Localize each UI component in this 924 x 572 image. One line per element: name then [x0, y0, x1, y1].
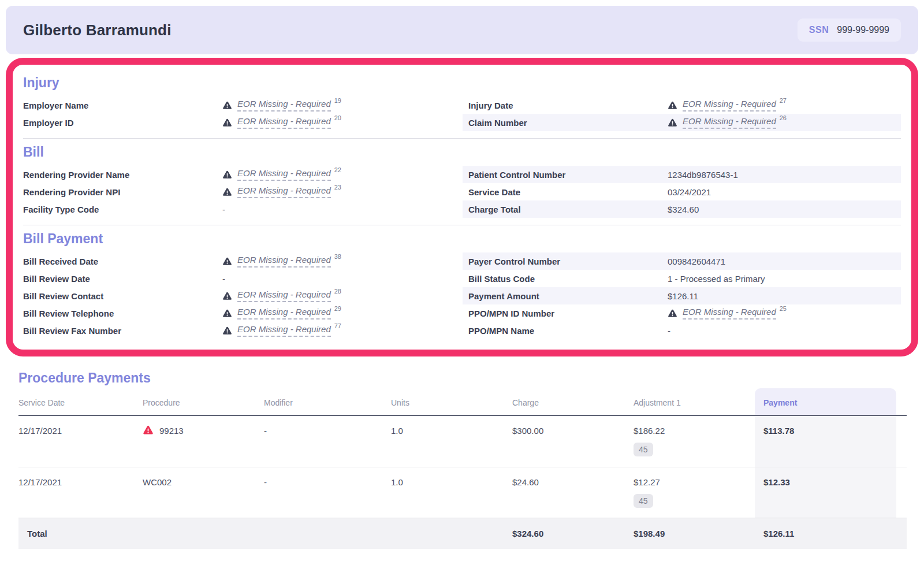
cell-charge: $24.60 [512, 467, 634, 518]
cell-adjustment: $12.2745 [634, 467, 755, 518]
field-label: Facility Type Code [23, 205, 222, 214]
field-label: Employer Name [23, 101, 222, 110]
column-header-service-date: Service Date [18, 388, 143, 415]
field-label: PPO/MPN ID Number [468, 309, 668, 318]
total-charge: $324.60 [512, 518, 634, 549]
field-row: PPO/MPN ID NumberEOR Missing - Required2… [463, 304, 901, 322]
column-header-charge: Charge [512, 388, 634, 415]
eor-missing-link[interactable]: EOR Missing - Required [222, 324, 331, 337]
adjustment-amount: $12.27 [634, 477, 755, 487]
field-value: EOR Missing - Required25 [668, 307, 901, 320]
field-note-number: 25 [780, 305, 787, 312]
field-row: Service Date03/24/2021 [463, 183, 901, 200]
field-label: Rendering Provider Name [23, 170, 222, 180]
column-header-units: Units [391, 388, 512, 415]
ssn-label: SSN [809, 25, 829, 35]
field-label: Bill Received Date [23, 257, 222, 266]
field-row: Bill Received DateEOR Missing - Required… [17, 252, 456, 270]
field-note-number: 23 [334, 184, 341, 191]
field-label: Bill Status Code [468, 274, 668, 284]
patient-name: Gilberto Barramundi [23, 21, 172, 39]
eor-missing-text: EOR Missing - Required [237, 289, 331, 302]
cell-units: 1.0 [391, 467, 512, 518]
field-row: Charge Total$324.60 [463, 200, 901, 218]
adjustment-code-badge: 45 [634, 494, 653, 508]
field-label: Patient Control Number [468, 170, 668, 180]
field-note-number: 22 [334, 166, 341, 173]
procedure-code: WC002 [143, 476, 172, 487]
column-header-adjustment-1: Adjustment 1 [634, 388, 755, 415]
eor-missing-link[interactable]: EOR Missing - Required [222, 307, 331, 320]
eor-missing-link[interactable]: EOR Missing - Required [222, 99, 331, 112]
cell-procedure: WC002 [143, 467, 264, 518]
payment-amount: $12.33 [763, 477, 790, 487]
eor-missing-link[interactable]: EOR Missing - Required [222, 289, 331, 302]
field-note-number: 38 [334, 253, 341, 260]
field-value: EOR Missing - Required28 [222, 289, 456, 302]
field-value: - [222, 274, 456, 284]
field-row: Rendering Provider NameEOR Missing - Req… [17, 166, 456, 183]
field-column-left: Rendering Provider NameEOR Missing - Req… [23, 166, 456, 218]
eor-missing-text: EOR Missing - Required [237, 255, 331, 268]
section-injury: InjuryEmployer NameEOR Missing - Require… [23, 75, 901, 131]
field-label: Payment Amount [468, 291, 668, 301]
cell-service-date: 12/17/2021 [18, 467, 143, 518]
field-row: Bill Review Fax NumberEOR Missing - Requ… [17, 322, 456, 339]
table-total-row: Total $324.60 $198.49 $126.11 [18, 518, 907, 549]
total-empty-units [391, 518, 512, 549]
field-value: EOR Missing - Required22 [222, 168, 456, 181]
eor-missing-link[interactable]: EOR Missing - Required [222, 116, 331, 129]
field-label: Service Date [468, 187, 668, 197]
field-value: EOR Missing - Required38 [222, 255, 456, 268]
table-row: 12/17/202199213-1.0$300.00$186.2245$113.… [18, 416, 907, 467]
field-grid: Bill Received DateEOR Missing - Required… [23, 252, 901, 339]
highlighted-review-card: InjuryEmployer NameEOR Missing - Require… [6, 58, 918, 356]
table-row: 12/17/2021WC002-1.0$24.60$12.2745$12.33 [18, 467, 907, 518]
eor-missing-link[interactable]: EOR Missing - Required [222, 255, 331, 268]
eor-missing-link[interactable]: EOR Missing - Required [668, 116, 776, 129]
eor-missing-link[interactable]: EOR Missing - Required [222, 185, 331, 198]
eor-missing-text: EOR Missing - Required [237, 307, 331, 320]
cell-adjustment: $186.2245 [634, 416, 755, 467]
field-value: 1 - Processed as Primary [668, 274, 901, 284]
field-label: Employer ID [23, 118, 222, 128]
eor-missing-link[interactable]: EOR Missing - Required [668, 99, 776, 112]
eor-missing-text: EOR Missing - Required [237, 324, 331, 337]
field-value-text: $126.11 [668, 291, 698, 301]
field-value: EOR Missing - Required27 [668, 99, 901, 112]
field-note-number: 27 [780, 97, 787, 104]
field-note-number: 20 [334, 114, 341, 121]
procedure-warning-icon[interactable] [143, 425, 154, 436]
field-row: Facility Type Code- [17, 200, 456, 218]
field-value: EOR Missing - Required23 [222, 185, 456, 198]
field-value: - [222, 205, 456, 214]
field-row: Bill Review TelephoneEOR Missing - Requi… [17, 304, 456, 322]
warning-icon [222, 257, 232, 266]
total-empty-modifier [264, 518, 391, 549]
patient-header: Gilberto Barramundi SSN 999-99-9999 [6, 6, 918, 54]
section-title: Injury [23, 75, 901, 91]
eor-missing-link[interactable]: EOR Missing - Required [222, 168, 331, 181]
page: Gilberto Barramundi SSN 999-99-9999 Inju… [0, 0, 924, 572]
cell-service-date: 12/17/2021 [18, 416, 143, 467]
total-empty-procedure [143, 518, 264, 549]
field-value: EOR Missing - Required29 [222, 307, 456, 320]
field-grid: Employer NameEOR Missing - Required19Emp… [23, 96, 901, 131]
eor-missing-text: EOR Missing - Required [683, 99, 776, 112]
field-row: Injury DateEOR Missing - Required27 [463, 96, 901, 114]
eor-missing-link[interactable]: EOR Missing - Required [668, 307, 776, 320]
field-label: Charge Total [468, 205, 668, 214]
field-value-text: 009842604471 [668, 257, 725, 266]
eor-missing-text: EOR Missing - Required [683, 116, 776, 129]
field-value: 03/24/2021 [668, 187, 901, 197]
eor-missing-text: EOR Missing - Required [683, 307, 776, 320]
field-grid: Rendering Provider NameEOR Missing - Req… [23, 166, 901, 218]
field-value-text: - [222, 205, 225, 214]
cell-modifier: - [264, 416, 391, 467]
section-bill-payment: Bill PaymentBill Received DateEOR Missin… [23, 231, 901, 339]
field-value: 1234db9876543-1 [668, 170, 901, 180]
warning-icon [222, 118, 232, 128]
eor-missing-text: EOR Missing - Required [237, 185, 331, 198]
field-label: Bill Review Contact [23, 291, 222, 301]
field-note-number: 26 [780, 114, 787, 121]
